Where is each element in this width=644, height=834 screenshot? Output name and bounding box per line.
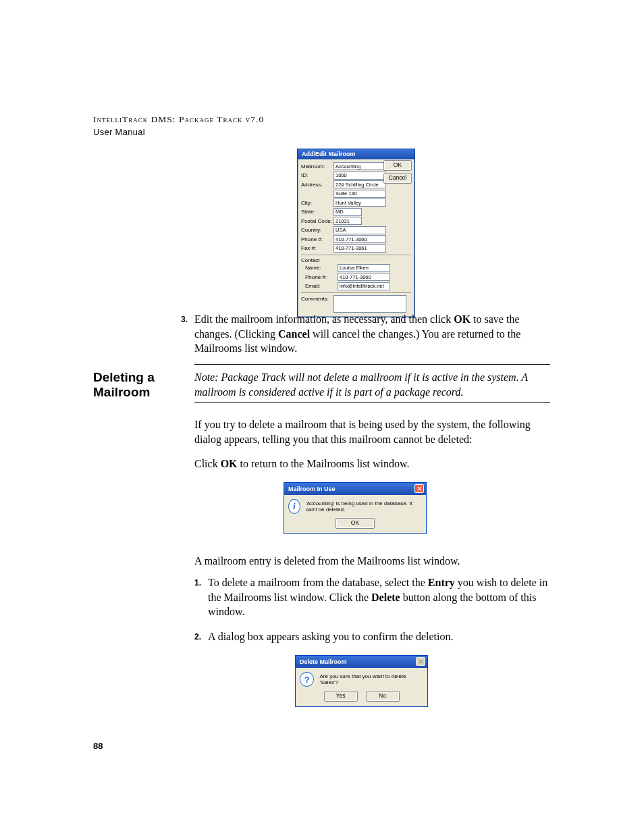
dialog-title: Add/Edit Mailroom bbox=[298, 149, 414, 159]
yes-button[interactable]: Yes bbox=[324, 691, 358, 702]
phone-label: Phone #: bbox=[301, 236, 333, 242]
rule-top bbox=[194, 364, 550, 365]
para-click-ok: Click OK to return to the Mailrooms list… bbox=[194, 457, 550, 471]
page-number: 88 bbox=[93, 741, 103, 751]
dialog-title: Mailroom In Use bbox=[288, 486, 336, 492]
header-line1: IntelliTrack DMS: Package Track v7.0 bbox=[93, 113, 550, 126]
para-deleted: A mailroom entry is deleted from the Mai… bbox=[194, 554, 550, 569]
id-label: ID: bbox=[301, 172, 333, 178]
header-line2: User Manual bbox=[93, 126, 550, 138]
step1-text: To delete a mailroom from the database, … bbox=[208, 577, 547, 617]
city-field[interactable] bbox=[333, 199, 386, 207]
postal-field[interactable] bbox=[333, 217, 362, 225]
rule-bottom bbox=[194, 402, 550, 403]
contact-email-field[interactable] bbox=[338, 282, 390, 290]
id-field[interactable] bbox=[333, 172, 386, 180]
contact-phone-label: Phone #: bbox=[301, 274, 338, 280]
add-edit-mailroom-dialog: Add/Edit Mailroom OK Cancel Mailroom: ID… bbox=[297, 149, 415, 317]
delete-message: Are you sure that you want to delete 'Sa… bbox=[319, 673, 423, 685]
country-label: Country: bbox=[301, 227, 333, 233]
dialog-title: Delete Mailroom bbox=[300, 658, 347, 665]
contact-name-field[interactable] bbox=[338, 264, 390, 272]
question-icon: ? bbox=[300, 672, 314, 687]
delete-mailroom-dialog: Delete Mailroom ? Are you sure that you … bbox=[295, 655, 428, 707]
cancel-button[interactable]: Cancel bbox=[383, 173, 412, 184]
step-number: 1. bbox=[194, 577, 201, 588]
running-header: IntelliTrack DMS: Package Track v7.0 Use… bbox=[93, 113, 550, 138]
page-content: IntelliTrack DMS: Package Track v7.0 Use… bbox=[93, 113, 550, 138]
step-number: 2. bbox=[194, 631, 201, 642]
phone-field[interactable] bbox=[333, 235, 386, 243]
comments-label: Comments: bbox=[301, 295, 333, 302]
step-number: 3. bbox=[181, 314, 188, 325]
fax-field[interactable] bbox=[333, 244, 386, 253]
country-field[interactable] bbox=[333, 226, 386, 234]
mailroom-label: Mailroom: bbox=[301, 163, 333, 170]
ok-button[interactable]: OK bbox=[383, 160, 412, 171]
close-icon bbox=[416, 657, 425, 666]
state-label: State: bbox=[301, 209, 333, 215]
fax-label: Fax #: bbox=[301, 245, 333, 251]
ok-button[interactable]: OK bbox=[336, 518, 375, 529]
section-heading: Deleting a Mailroom bbox=[93, 370, 181, 400]
address-label: Address: bbox=[301, 182, 333, 188]
contact-phone-field[interactable] bbox=[338, 273, 390, 281]
state-field[interactable] bbox=[333, 208, 362, 216]
para-in-use: If you try to delete a mailroom that is … bbox=[194, 417, 550, 446]
address2-field[interactable] bbox=[333, 190, 386, 198]
info-icon: i bbox=[288, 499, 300, 514]
postal-label: Postal Code: bbox=[301, 218, 333, 224]
no-button[interactable]: No bbox=[366, 691, 400, 702]
close-icon[interactable] bbox=[414, 484, 424, 493]
section-note: Note: Package Track will not delete a ma… bbox=[194, 370, 550, 399]
contact-header: Contact bbox=[301, 257, 411, 263]
step2-text: A dialog box appears asking you to confi… bbox=[208, 631, 453, 642]
mailroom-in-use-dialog: Mailroom In Use i 'Accounting' is being … bbox=[284, 482, 427, 534]
step3-text: Edit the mailroom information, as necess… bbox=[194, 313, 520, 354]
mailroom-field[interactable] bbox=[333, 162, 386, 170]
info-message: 'Accounting' is being used in the databa… bbox=[306, 500, 422, 513]
comments-field[interactable] bbox=[333, 295, 406, 313]
separator bbox=[301, 255, 411, 255]
separator bbox=[301, 292, 411, 293]
contact-name-label: Name: bbox=[301, 265, 338, 271]
address1-field[interactable] bbox=[333, 180, 386, 188]
contact-email-label: Email: bbox=[301, 283, 338, 289]
city-label: City: bbox=[301, 200, 333, 206]
